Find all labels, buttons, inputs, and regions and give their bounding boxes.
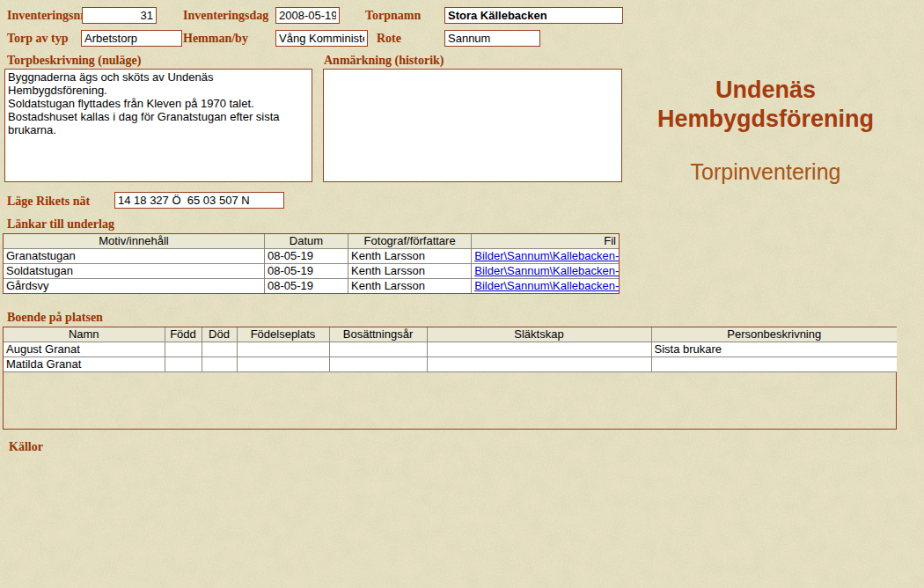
kallor-heading: Källor	[9, 440, 43, 454]
cell-fodd	[165, 342, 202, 356]
hemman-by-label: Hemman/by	[183, 32, 248, 46]
cell-bosattningsar	[329, 342, 427, 356]
cell-fil: Bilder\Sannum\Kallebacken-	[472, 248, 619, 263]
table-row: Gårdsvy 08-05-19 Kenth Larsson Bilder\Sa…	[4, 278, 619, 293]
residents-header-fodd: Född	[165, 327, 202, 342]
page-subtitle: Torpinventering	[620, 159, 911, 185]
title-line-2: Hembygdsförening	[620, 105, 911, 134]
links-header-motiv: Motiv/innehåll	[4, 234, 264, 248]
cell-datum: 08-05-19	[264, 248, 348, 263]
cell-motiv: Soldatstugan	[4, 263, 264, 278]
inventeringsdag-label: Inventeringsdag	[183, 9, 268, 23]
residents-header-row: Namn Född Död Födelseplats Bosättningsår…	[4, 327, 897, 342]
residents-header-bosattningsar: Bosättningsår	[329, 327, 427, 342]
torpbeskrivning-textarea[interactable]: Byggnaderna ägs och sköts av Undenäs Hem…	[4, 69, 312, 182]
cell-fodelseplats	[237, 342, 329, 356]
links-header-fotograf: Fotograf/författare	[348, 234, 472, 248]
cell-fotograf: Kenth Larsson	[348, 263, 472, 278]
links-header-fil: Fil	[472, 234, 619, 248]
cell-namn: August Granat	[4, 342, 165, 356]
table-row: Matilda Granat	[4, 356, 897, 371]
residents-header-namn: Namn	[4, 327, 165, 342]
inventeringsdag-input[interactable]	[275, 7, 340, 24]
cell-datum: 08-05-19	[264, 278, 348, 293]
cell-motiv: Gårdsvy	[4, 278, 264, 293]
cell-personbeskrivning	[651, 356, 897, 371]
anmarkning-label: Anmärkning (historik)	[324, 54, 444, 68]
cell-slaktskap	[427, 356, 651, 371]
cell-fodd	[165, 356, 202, 371]
table-row: Granatstugan 08-05-19 Kenth Larsson Bild…	[4, 248, 619, 263]
inventeringsnr-input[interactable]	[82, 7, 157, 24]
residents-header-slaktskap: Släktskap	[427, 327, 651, 342]
cell-datum: 08-05-19	[264, 263, 348, 278]
cell-fil: Bilder\Sannum\Kallebacken-	[472, 278, 619, 293]
boende-pa-platsen-heading: Boende på platsen	[7, 311, 103, 325]
residents-table: Namn Född Död Födelseplats Bosättningsår…	[4, 327, 897, 372]
cell-dod	[202, 356, 237, 371]
cell-motiv: Granatstugan	[4, 248, 264, 263]
hemman-by-input[interactable]	[275, 30, 368, 47]
lage-rikets-nat-input[interactable]	[114, 192, 284, 209]
residents-header-personbeskrivning: Personbeskrivning	[651, 327, 897, 342]
cell-personbeskrivning: Sista brukare	[651, 342, 897, 356]
links-table: Motiv/innehåll Datum Fotograf/författare…	[4, 234, 619, 293]
torpnamn-label: Torpnamn	[365, 9, 421, 23]
cell-dod	[202, 342, 237, 356]
cell-fotograf: Kenth Larsson	[348, 248, 472, 263]
rote-input[interactable]	[444, 30, 540, 47]
cell-fodelseplats	[237, 356, 329, 371]
cell-namn: Matilda Granat	[4, 356, 165, 371]
file-link[interactable]: Bilder\Sannum\Kallebacken-	[474, 279, 619, 292]
residents-header-fodelseplats: Födelseplats	[237, 327, 329, 342]
file-link[interactable]: Bilder\Sannum\Kallebacken-	[474, 264, 619, 277]
title-line-1: Undenäs	[620, 76, 911, 105]
cell-bosattningsar	[329, 356, 427, 371]
torpbeskrivning-label: Torpbeskrivning (nuläge)	[7, 54, 141, 68]
torpnamn-input[interactable]	[444, 7, 623, 24]
table-row: August Granat Sista brukare	[4, 342, 897, 356]
links-header-row: Motiv/innehåll Datum Fotograf/författare…	[4, 234, 619, 248]
torp-av-typ-input[interactable]	[81, 30, 182, 47]
file-link[interactable]: Bilder\Sannum\Kallebacken-	[474, 249, 619, 262]
links-table-container: Motiv/innehåll Datum Fotograf/författare…	[3, 233, 620, 294]
lankar-till-underlag-heading: Länkar till underlag	[7, 217, 114, 232]
residents-header-dod: Död	[202, 327, 237, 342]
torp-av-typ-label: Torp av typ	[7, 32, 69, 46]
torpinventering-form: Inventeringsnr Inventeringsdag Torpnamn …	[0, 0, 924, 588]
links-header-datum: Datum	[264, 234, 348, 248]
table-row: Soldatstugan 08-05-19 Kenth Larsson Bild…	[4, 263, 619, 278]
rote-label: Rote	[377, 32, 401, 46]
inventeringsnr-label: Inventeringsnr	[7, 9, 85, 23]
cell-fil: Bilder\Sannum\Kallebacken-	[472, 263, 619, 278]
page-title: Undenäs Hembygdsförening	[620, 76, 911, 134]
cell-fotograf: Kenth Larsson	[348, 278, 472, 293]
residents-table-container: Namn Född Död Födelseplats Bosättningsår…	[3, 327, 897, 430]
lage-rikets-nat-label: Läge Rikets nät	[7, 195, 90, 209]
cell-slaktskap	[427, 342, 651, 356]
anmarkning-textarea[interactable]	[323, 69, 622, 182]
